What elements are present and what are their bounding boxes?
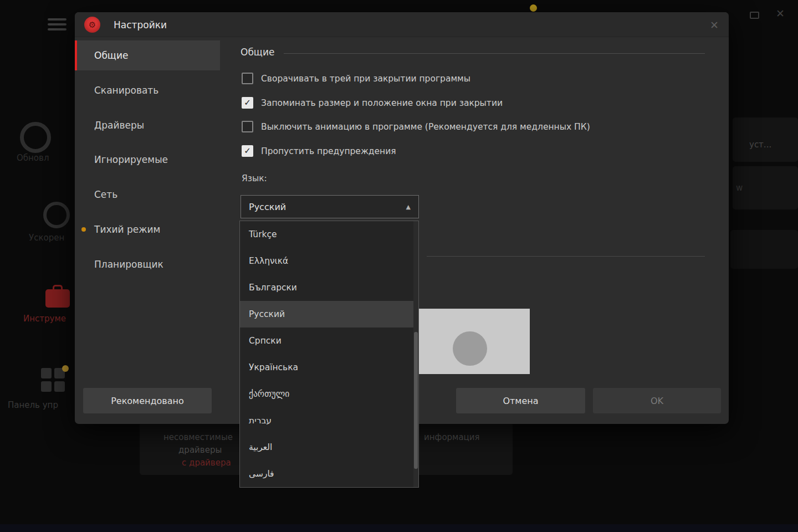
language-option[interactable]: Български <box>240 274 418 301</box>
toolkit-icon[interactable] <box>45 289 70 308</box>
checkbox-skip-warnings[interactable]: ✓ <box>242 145 253 157</box>
option-label: Пропустить предупреждения <box>261 146 396 156</box>
bg-label-info: информация <box>424 432 480 442</box>
app-logo-icon: ⚙ <box>84 17 100 33</box>
preview-image-placeholder <box>410 309 530 374</box>
placeholder-circle <box>453 331 487 366</box>
gear-icon: ⚙ <box>89 20 96 30</box>
control-panel-icon[interactable] <box>41 368 65 392</box>
speedup-icon[interactable] <box>43 202 70 228</box>
sidebar-item-scan[interactable]: Сканировать <box>75 75 220 105</box>
language-option[interactable]: ქართული <box>240 381 418 407</box>
sidebar-item-drivers[interactable]: Драйверы <box>75 110 220 140</box>
check-icon: ✓ <box>244 147 251 155</box>
scrollbar-thumb[interactable] <box>414 332 418 469</box>
language-option[interactable]: Ελληνικά <box>240 248 418 274</box>
bg-label-drivers: драйверы <box>178 445 222 455</box>
bg-link-with-drivers[interactable]: с драйвера <box>182 458 231 468</box>
checkbox-minimize-to-tray[interactable]: ✓ <box>242 73 253 84</box>
section-divider <box>284 53 705 54</box>
language-dropdown-list: Türkçe Ελληνικά Български Русский Српски… <box>239 221 419 488</box>
language-option-label: فارسی <box>249 469 274 479</box>
bottom-edge-strip <box>0 524 798 532</box>
language-option-label: עברית <box>249 416 272 426</box>
language-option[interactable]: فارسی <box>240 461 418 487</box>
dialog-title: Настройки <box>114 12 167 37</box>
sidebar-item-ignored[interactable]: Игнорируемые <box>75 145 220 175</box>
sidebar-item-label: Драйверы <box>94 120 144 131</box>
check-icon: ✓ <box>244 99 251 107</box>
checkbox-disable-animation[interactable]: ✓ <box>242 121 253 132</box>
option-label: Запоминать размер и положение окна при з… <box>261 98 503 108</box>
app-screen: Обновл Ускорен Инструме Панель упр уст..… <box>0 0 798 532</box>
dialog-titlebar: ⚙ Настройки ✕ <box>75 12 729 37</box>
ok-button[interactable]: OK <box>593 388 721 413</box>
language-option-label: Українська <box>249 362 298 372</box>
option-label: Выключить анимацию в программе (Рекоменд… <box>261 122 590 132</box>
chevron-up-icon: ▲ <box>406 203 411 211</box>
language-option[interactable]: Türkçe <box>240 221 418 248</box>
language-option[interactable]: Српски <box>240 328 418 354</box>
sidebar-item-label: Общие <box>94 50 128 61</box>
sidebar-item-network[interactable]: Сеть <box>75 180 220 209</box>
language-option-label: Български <box>249 283 297 293</box>
language-option-label: Türkçe <box>249 229 277 239</box>
option-label: Сворачивать в трей при закрытии программ… <box>261 74 470 84</box>
language-option[interactable]: Українська <box>240 354 418 381</box>
language-option[interactable]: العربية <box>240 434 418 461</box>
sidebar-item-label: Планировщик <box>94 259 163 270</box>
window-restore-button[interactable] <box>750 12 759 19</box>
briefcase-handle <box>53 285 63 291</box>
language-option-label: العربية <box>249 442 272 452</box>
bg-label-update: Обновл <box>17 153 49 163</box>
sidebar-item-label: Игнорируемые <box>94 154 168 165</box>
warning-dot <box>530 4 537 12</box>
hamburger-menu-icon[interactable] <box>48 18 66 33</box>
dialog-close-icon[interactable]: ✕ <box>710 12 719 37</box>
language-option-label: ქართული <box>249 389 289 399</box>
language-option-label: Српски <box>249 336 282 346</box>
section-title: Общие <box>241 47 274 58</box>
silent-mode-dot-indicator <box>81 227 86 232</box>
language-option-label: Русский <box>249 309 285 319</box>
language-label: Язык: <box>242 173 267 183</box>
option-row: ✓ Сворачивать в трей при закрытии програ… <box>242 73 470 84</box>
option-row: ✓ Запоминать размер и положение окна при… <box>242 97 503 109</box>
bg-label-incompatible: несовместимые <box>163 432 233 442</box>
checkbox-remember-window[interactable]: ✓ <box>242 97 253 109</box>
language-option-label: Ελληνικά <box>249 256 288 266</box>
sidebar-item-label: Тихий режим <box>94 224 160 235</box>
bg-label-right-2: w <box>736 183 743 193</box>
language-select-value: Русский <box>249 202 286 212</box>
option-row: ✓ Выключить анимацию в программе (Рекоме… <box>242 121 590 132</box>
sidebar-item-general[interactable]: Общие <box>75 40 220 70</box>
notification-badge <box>62 365 69 372</box>
bg-card-right-3 <box>730 230 798 269</box>
sidebar-item-scheduler[interactable]: Планировщик <box>75 249 220 279</box>
language-select[interactable]: Русский ▲ <box>241 195 419 218</box>
update-icon[interactable] <box>20 122 51 153</box>
bg-label-speed: Ускорен <box>29 233 64 243</box>
recommended-button[interactable]: Рекомендовано <box>83 388 212 413</box>
window-close-button[interactable]: ✕ <box>776 7 785 19</box>
content-divider <box>427 256 705 257</box>
bg-label-panel: Панель упр <box>8 400 58 410</box>
sidebar-item-label: Сканировать <box>94 85 158 96</box>
language-option[interactable]: עברית <box>240 407 418 434</box>
language-option[interactable]: Русский <box>240 301 418 328</box>
sidebar-item-silent-mode[interactable]: Тихий режим <box>75 214 220 244</box>
bg-label-tools: Инструме <box>23 314 66 324</box>
bg-label-right-1: уст... <box>749 140 771 150</box>
sidebar-item-label: Сеть <box>94 189 117 200</box>
option-row: ✓ Пропустить предупреждения <box>242 145 396 157</box>
cancel-button[interactable]: Отмена <box>456 388 585 413</box>
